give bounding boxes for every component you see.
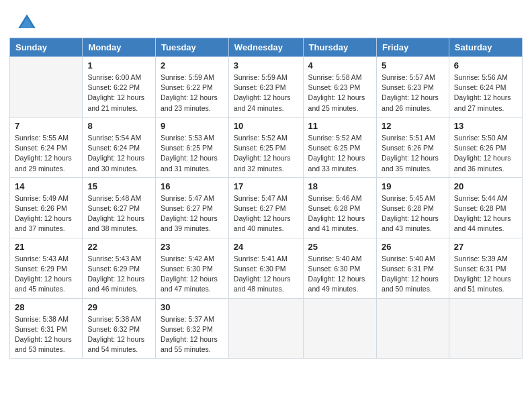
sunrise-text: Sunrise: 5:45 AM	[382, 193, 444, 203]
daylight-text: Daylight: 12 hours and 50 minutes.	[382, 274, 444, 294]
sunrise-text: Sunrise: 5:47 AM	[234, 193, 298, 203]
sunrise-text: Sunrise: 5:52 AM	[308, 133, 371, 143]
calendar-cell: 1Sunrise: 6:00 AMSunset: 6:22 PMDaylight…	[83, 57, 156, 118]
daylight-text: Daylight: 12 hours and 38 minutes.	[87, 214, 150, 234]
calendar-week-row: 21Sunrise: 5:43 AMSunset: 6:29 PMDayligh…	[10, 238, 523, 298]
cell-text: Sunrise: 5:52 AMSunset: 6:25 PMDaylight:…	[308, 133, 371, 174]
cell-text: Sunrise: 5:44 AMSunset: 6:28 PMDaylight:…	[454, 193, 517, 234]
daylight-text: Daylight: 12 hours and 44 minutes.	[454, 214, 517, 234]
calendar-cell: 26Sunrise: 5:40 AMSunset: 6:31 PMDayligh…	[377, 238, 449, 298]
sunset-text: Sunset: 6:25 PM	[161, 143, 224, 153]
sunset-text: Sunset: 6:30 PM	[234, 264, 298, 274]
calendar-cell: 5Sunrise: 5:57 AMSunset: 6:23 PMDaylight…	[377, 57, 449, 118]
cell-text: Sunrise: 5:54 AMSunset: 6:24 PMDaylight:…	[87, 133, 150, 174]
cell-text: Sunrise: 5:41 AMSunset: 6:30 PMDaylight:…	[234, 254, 298, 295]
sunrise-text: Sunrise: 5:56 AM	[454, 73, 517, 83]
cell-text: Sunrise: 5:39 AMSunset: 6:31 PMDaylight:…	[454, 254, 517, 295]
daylight-text: Daylight: 12 hours and 47 minutes.	[161, 274, 224, 294]
sunset-text: Sunset: 6:32 PM	[87, 324, 150, 334]
cell-text: Sunrise: 5:48 AMSunset: 6:27 PMDaylight:…	[87, 193, 150, 234]
calendar-week-row: 14Sunrise: 5:49 AMSunset: 6:26 PMDayligh…	[10, 177, 523, 238]
cell-text: Sunrise: 5:49 AMSunset: 6:26 PMDaylight:…	[15, 193, 77, 234]
daylight-text: Daylight: 12 hours and 25 minutes.	[308, 93, 371, 113]
day-number: 17	[234, 181, 298, 191]
calendar-cell: 17Sunrise: 5:47 AMSunset: 6:27 PMDayligh…	[228, 177, 303, 238]
calendar-week-row: 28Sunrise: 5:38 AMSunset: 6:31 PMDayligh…	[10, 298, 523, 359]
sunrise-text: Sunrise: 5:43 AM	[87, 254, 150, 264]
daylight-text: Daylight: 12 hours and 54 minutes.	[87, 334, 150, 355]
daylight-text: Daylight: 12 hours and 49 minutes.	[308, 274, 371, 294]
sunset-text: Sunset: 6:29 PM	[87, 264, 150, 274]
daylight-text: Daylight: 12 hours and 31 minutes.	[161, 153, 224, 173]
calendar-cell: 2Sunrise: 5:59 AMSunset: 6:22 PMDaylight…	[156, 57, 229, 118]
cell-text: Sunrise: 5:40 AMSunset: 6:30 PMDaylight:…	[308, 254, 371, 295]
sunrise-text: Sunrise: 5:48 AM	[87, 193, 150, 203]
daylight-text: Daylight: 12 hours and 43 minutes.	[382, 214, 444, 234]
daylight-text: Daylight: 12 hours and 36 minutes.	[454, 153, 517, 173]
cell-text: Sunrise: 5:43 AMSunset: 6:29 PMDaylight:…	[15, 254, 77, 295]
sunset-text: Sunset: 6:28 PM	[454, 203, 517, 214]
sunset-text: Sunset: 6:22 PM	[87, 83, 150, 93]
sunset-text: Sunset: 6:27 PM	[234, 203, 298, 214]
logo	[16, 12, 40, 34]
sunrise-text: Sunrise: 5:59 AM	[234, 73, 298, 83]
sunset-text: Sunset: 6:23 PM	[308, 83, 371, 93]
sunrise-text: Sunrise: 5:51 AM	[382, 133, 444, 143]
day-number: 10	[234, 121, 298, 131]
sunrise-text: Sunrise: 5:50 AM	[454, 133, 517, 143]
cell-text: Sunrise: 5:57 AMSunset: 6:23 PMDaylight:…	[382, 73, 444, 113]
cell-text: Sunrise: 5:37 AMSunset: 6:32 PMDaylight:…	[161, 314, 224, 355]
sunrise-text: Sunrise: 5:46 AM	[308, 193, 371, 203]
calendar-cell: 14Sunrise: 5:49 AMSunset: 6:26 PMDayligh…	[10, 177, 83, 238]
calendar-cell: 11Sunrise: 5:52 AMSunset: 6:25 PMDayligh…	[303, 117, 376, 177]
daylight-text: Daylight: 12 hours and 30 minutes.	[87, 153, 150, 173]
sunrise-text: Sunrise: 5:43 AM	[15, 254, 77, 264]
daylight-text: Daylight: 12 hours and 32 minutes.	[234, 153, 298, 173]
day-number: 22	[87, 242, 150, 252]
day-header-thursday: Thursday	[303, 38, 376, 57]
day-number: 1	[87, 60, 150, 71]
sunrise-text: Sunrise: 5:52 AM	[234, 133, 298, 143]
day-number: 4	[308, 60, 371, 71]
calendar-cell: 12Sunrise: 5:51 AMSunset: 6:26 PMDayligh…	[377, 117, 449, 177]
cell-text: Sunrise: 5:58 AMSunset: 6:23 PMDaylight:…	[308, 73, 371, 113]
cell-text: Sunrise: 5:55 AMSunset: 6:24 PMDaylight:…	[15, 133, 77, 174]
logo-icon	[16, 12, 38, 34]
sunrise-text: Sunrise: 5:40 AM	[308, 254, 371, 264]
sunset-text: Sunset: 6:29 PM	[15, 264, 77, 274]
calendar-cell: 22Sunrise: 5:43 AMSunset: 6:29 PMDayligh…	[83, 238, 156, 298]
sunset-text: Sunset: 6:26 PM	[454, 143, 517, 153]
day-number: 12	[382, 121, 444, 131]
sunset-text: Sunset: 6:30 PM	[308, 264, 371, 274]
cell-text: Sunrise: 5:47 AMSunset: 6:27 PMDaylight:…	[234, 193, 298, 234]
daylight-text: Daylight: 12 hours and 29 minutes.	[15, 153, 77, 173]
day-number: 25	[308, 242, 371, 252]
calendar-cell	[228, 298, 303, 359]
cell-text: Sunrise: 5:40 AMSunset: 6:31 PMDaylight:…	[382, 254, 444, 295]
sunrise-text: Sunrise: 5:37 AM	[161, 314, 224, 324]
calendar-cell: 8Sunrise: 5:54 AMSunset: 6:24 PMDaylight…	[83, 117, 156, 177]
day-number: 14	[15, 181, 77, 191]
cell-text: Sunrise: 5:43 AMSunset: 6:29 PMDaylight:…	[87, 254, 150, 295]
sunset-text: Sunset: 6:31 PM	[382, 264, 444, 274]
day-number: 2	[161, 60, 224, 71]
calendar-cell: 21Sunrise: 5:43 AMSunset: 6:29 PMDayligh…	[10, 238, 83, 298]
daylight-text: Daylight: 12 hours and 26 minutes.	[382, 93, 444, 113]
sunset-text: Sunset: 6:23 PM	[382, 83, 444, 93]
calendar-cell: 15Sunrise: 5:48 AMSunset: 6:27 PMDayligh…	[83, 177, 156, 238]
calendar-cell: 13Sunrise: 5:50 AMSunset: 6:26 PMDayligh…	[449, 117, 522, 177]
calendar-cell: 28Sunrise: 5:38 AMSunset: 6:31 PMDayligh…	[10, 298, 83, 359]
sunset-text: Sunset: 6:31 PM	[15, 324, 77, 334]
daylight-text: Daylight: 12 hours and 35 minutes.	[382, 153, 444, 173]
sunrise-text: Sunrise: 5:49 AM	[15, 193, 77, 203]
sunset-text: Sunset: 6:25 PM	[308, 143, 371, 153]
sunset-text: Sunset: 6:26 PM	[15, 203, 77, 214]
cell-text: Sunrise: 5:59 AMSunset: 6:23 PMDaylight:…	[234, 73, 298, 113]
cell-text: Sunrise: 5:51 AMSunset: 6:26 PMDaylight:…	[382, 133, 444, 174]
sunset-text: Sunset: 6:24 PM	[87, 143, 150, 153]
cell-text: Sunrise: 5:52 AMSunset: 6:25 PMDaylight:…	[234, 133, 298, 174]
calendar-cell	[377, 298, 449, 359]
day-number: 18	[308, 181, 371, 191]
calendar-week-row: 7Sunrise: 5:55 AMSunset: 6:24 PMDaylight…	[10, 117, 523, 177]
day-number: 8	[87, 121, 150, 131]
